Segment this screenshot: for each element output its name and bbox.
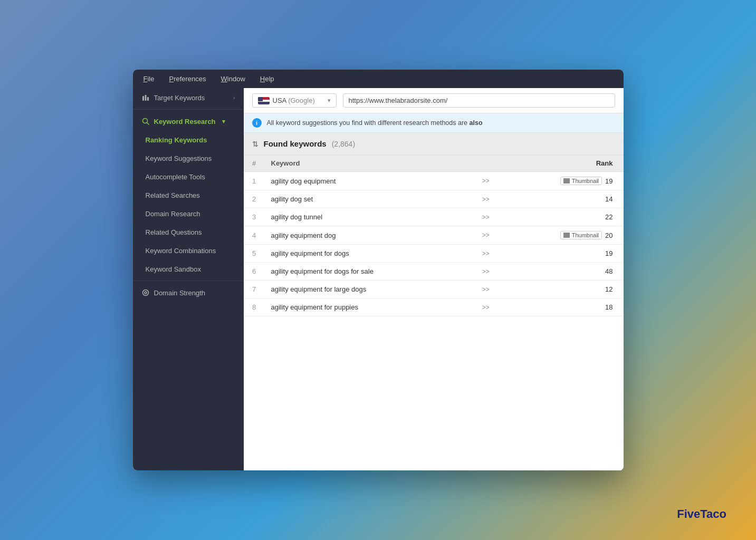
sidebar-item-domain-research[interactable]: Domain Research: [133, 205, 244, 223]
info-icon: i: [252, 118, 262, 128]
found-keywords-label: Found keywords: [264, 139, 327, 148]
arrow-cell[interactable]: >>: [476, 208, 496, 226]
sidebar-item-keyword-research[interactable]: Keyword Research ▾: [133, 112, 244, 131]
sidebar-item-keyword-sandbox[interactable]: Keyword Sandbox: [133, 260, 244, 278]
sidebar-item-related-questions[interactable]: Related Questions: [133, 223, 244, 242]
rank-cell: 14: [496, 190, 624, 208]
row-number: 7: [244, 281, 265, 298]
branding: FiveTaco: [677, 507, 726, 521]
col-number: #: [244, 155, 265, 172]
sidebar-label-autocomplete-tools: Autocomplete Tools: [146, 173, 205, 181]
domain-icon: [141, 288, 150, 297]
app-window: File Preferences Window Help Target Keyw…: [133, 70, 624, 470]
top-bar: USA (Google) ▾: [244, 88, 624, 113]
sidebar-label-domain-strength: Domain Strength: [154, 289, 206, 297]
rank-cell: Thumbnail 19: [496, 172, 624, 190]
sidebar-label-ranking-keywords: Ranking Keywords: [146, 136, 207, 144]
rank-cell: 12: [496, 281, 624, 298]
chevron-right-icon: ›: [233, 94, 235, 101]
menu-file[interactable]: File: [141, 74, 157, 84]
table-row[interactable]: 1 agility dog equipment >> Thumbnail 19: [244, 172, 624, 190]
svg-rect-1: [145, 95, 146, 101]
keyword-cell: agility dog set: [265, 190, 476, 208]
row-number: 1: [244, 172, 265, 190]
table-row[interactable]: 8 agility equipment for puppies >> 18: [244, 298, 624, 316]
main-layout: Target Keywords › Keyword Research ▾ Ran…: [133, 88, 624, 470]
arrow-cell[interactable]: >>: [476, 298, 496, 316]
sidebar-label-related-questions: Related Questions: [146, 228, 202, 236]
sidebar-label-target-keywords: Target Keywords: [154, 94, 205, 102]
chevron-down-icon: ▾: [222, 118, 225, 125]
row-number: 6: [244, 263, 265, 281]
table-header-row: # Keyword Rank: [244, 155, 624, 172]
sidebar-item-keyword-suggestions[interactable]: Keyword Suggestions: [133, 149, 244, 168]
row-number: 3: [244, 208, 265, 226]
keyword-cell: agility equipment for puppies: [265, 298, 476, 316]
search-icon: [141, 117, 150, 126]
table-row[interactable]: 3 agility dog tunnel >> 22: [244, 208, 624, 226]
col-rank: Rank: [496, 155, 624, 172]
arrow-cell[interactable]: >>: [476, 172, 496, 190]
arrow-cell[interactable]: >>: [476, 245, 496, 263]
sidebar-divider-1: [133, 109, 244, 110]
row-number: 2: [244, 190, 265, 208]
svg-rect-2: [147, 97, 149, 101]
col-keyword: Keyword: [265, 155, 476, 172]
sidebar-item-keyword-combinations[interactable]: Keyword Combinations: [133, 242, 244, 260]
sidebar-item-autocomplete-tools[interactable]: Autocomplete Tools: [133, 168, 244, 186]
arrow-cell[interactable]: >>: [476, 190, 496, 208]
thumbnail-icon: [563, 233, 570, 238]
info-text: All keyword suggestions you find with di…: [267, 119, 483, 127]
keywords-table: # Keyword Rank 1 agility dog equipment >…: [244, 155, 624, 316]
thumbnail-icon: [563, 178, 570, 184]
sort-icon: ⇅: [252, 140, 259, 148]
row-number: 5: [244, 245, 265, 263]
menu-help[interactable]: Help: [258, 74, 276, 84]
menu-bar: File Preferences Window Help: [133, 70, 624, 88]
arrow-cell[interactable]: >>: [476, 263, 496, 281]
table-row[interactable]: 2 agility dog set >> 14: [244, 190, 624, 208]
keyword-cell: agility equipment for large dogs: [265, 281, 476, 298]
keyword-cell: agility equipment for dogs for sale: [265, 263, 476, 281]
rank-cell: 48: [496, 263, 624, 281]
rank-cell: 22: [496, 208, 624, 226]
sidebar-label-related-searches: Related Searches: [146, 191, 200, 199]
arrow-cell[interactable]: >>: [476, 281, 496, 298]
thumbnail-badge[interactable]: Thumbnail: [560, 231, 602, 239]
svg-point-6: [145, 292, 147, 294]
country-select[interactable]: USA (Google) ▾: [252, 93, 337, 108]
col-spacer: [476, 155, 496, 172]
thumbnail-badge[interactable]: Thumbnail: [560, 177, 602, 185]
menu-preferences[interactable]: Preferences: [167, 74, 208, 84]
country-name: USA (Google): [273, 97, 315, 104]
row-number: 8: [244, 298, 265, 316]
sidebar-item-target-keywords[interactable]: Target Keywords ›: [133, 88, 244, 107]
keywords-count: (2,864): [332, 140, 355, 148]
sidebar-label-keyword-combinations: Keyword Combinations: [146, 247, 216, 255]
rank-cell: 19: [496, 245, 624, 263]
keywords-table-wrapper: # Keyword Rank 1 agility dog equipment >…: [244, 155, 624, 470]
arrow-cell[interactable]: >>: [476, 226, 496, 245]
menu-window[interactable]: Window: [219, 74, 247, 84]
svg-rect-0: [142, 96, 144, 101]
svg-line-4: [147, 123, 149, 125]
sidebar-item-domain-strength[interactable]: Domain Strength: [133, 283, 244, 302]
sidebar-item-related-searches[interactable]: Related Searches: [133, 186, 244, 205]
sidebar-item-ranking-keywords[interactable]: Ranking Keywords: [133, 131, 244, 149]
table-row[interactable]: 5 agility equipment for dogs >> 19: [244, 245, 624, 263]
info-bar: i All keyword suggestions you find with …: [244, 113, 624, 133]
row-number: 4: [244, 226, 265, 245]
rank-cell: Thumbnail 20: [496, 226, 624, 245]
sidebar-label-domain-research: Domain Research: [146, 210, 200, 218]
table-row[interactable]: 4 agility equipment dog >> Thumbnail 20: [244, 226, 624, 245]
sidebar: Target Keywords › Keyword Research ▾ Ran…: [133, 88, 244, 470]
table-row[interactable]: 7 agility equipment for large dogs >> 12: [244, 281, 624, 298]
url-input[interactable]: [343, 93, 615, 108]
keyword-cell: agility equipment for dogs: [265, 245, 476, 263]
sidebar-divider-2: [133, 281, 244, 281]
chart-icon: [141, 93, 150, 102]
rank-cell: 18: [496, 298, 624, 316]
keyword-cell: agility equipment dog: [265, 226, 476, 245]
table-row[interactable]: 6 agility equipment for dogs for sale >>…: [244, 263, 624, 281]
content-area: USA (Google) ▾ i All keyword suggestions…: [244, 88, 624, 470]
